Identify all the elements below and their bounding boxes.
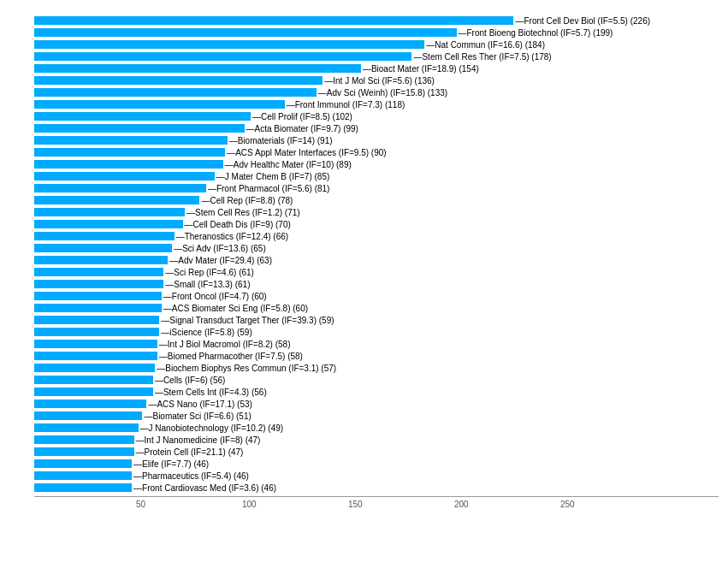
bar: [34, 471, 132, 480]
bar-label: —Sci Rep (IF=4.6) (61): [165, 268, 254, 277]
bar-row: —Elife (IF=7.7) (46): [34, 459, 719, 469]
bar: [34, 40, 424, 49]
bar-label: —Nat Commun (IF=16.6) (184): [426, 40, 545, 50]
bar-row: —Int J Nanomedicine (IF=8) (47): [34, 435, 719, 445]
bar-row: —Protein Cell (IF=21.1) (47): [34, 447, 719, 457]
bar: [34, 184, 206, 192]
bar-row: —ACS Biomater Sci Eng (IF=5.8) (60): [34, 303, 719, 313]
bar-row: —Front Pharmacol (IF=5.6) (81): [34, 183, 719, 193]
bar: [34, 232, 175, 240]
bar-row: —Adv Mater (IF=29.4) (63): [34, 255, 719, 265]
bar: [34, 64, 361, 73]
x-tick: 100: [242, 500, 257, 509]
bar-label: —J Nanobiotechnology (IF=10.2) (49): [140, 423, 284, 433]
bar-row: —Front Bioeng Biotechnol (IF=5.7) (199): [34, 27, 719, 38]
bar-label: —Stem Cells Int (IF=4.3) (56): [155, 388, 267, 397]
bar-row: —J Nanobiotechnology (IF=10.2) (49): [34, 423, 719, 433]
bar-row: —Small (IF=13.3) (61): [34, 279, 719, 289]
bar: [34, 435, 134, 444]
bar-row: —Nat Commun (IF=16.6) (184): [34, 39, 719, 50]
bar-row: —Biomed Pharmacother (IF=7.5) (58): [34, 351, 719, 361]
bar: [34, 459, 132, 468]
bar-label: —Front Bioeng Biotechnol (IF=5.7) (199): [459, 28, 613, 38]
bar: [34, 160, 223, 169]
bar: [34, 364, 155, 372]
bar-label: —Bioact Mater (IF=18.9) (154): [363, 64, 479, 74]
bar-label: —Int J Mol Sci (IF=5.6) (136): [324, 76, 435, 86]
bar: [34, 483, 132, 492]
bar-label: —Cells (IF=6) (56): [155, 376, 226, 385]
bar: [34, 376, 153, 384]
chart-area: —Front Cell Dev Biol (IF=5.5) (226)—Fron…: [34, 15, 719, 493]
bar-label: —Stem Cell Res (IF=1.2) (71): [186, 208, 300, 217]
bar-row: —Front Oncol (IF=4.7) (60): [34, 291, 719, 301]
x-axis: 50100150200250: [34, 496, 719, 510]
bar: [34, 88, 317, 97]
bar-row: —Sci Rep (IF=4.6) (61): [34, 267, 719, 277]
bar-label: —Biomater Sci (IF=6.6) (51): [144, 411, 251, 421]
bar-label: —Adv Healthc Mater (IF=10) (89): [225, 160, 352, 169]
bar: [34, 280, 163, 288]
bar-label: —ACS Nano (IF=17.1) (53): [148, 400, 252, 409]
bar: [34, 411, 142, 420]
bar: [34, 100, 285, 109]
bar-row: —Int J Mol Sci (IF=5.6) (136): [34, 75, 719, 86]
bar-label: —ACS Biomater Sci Eng (IF=5.8) (60): [163, 304, 308, 313]
bar-label: —Biomed Pharmacother (IF=7.5) (58): [159, 352, 303, 361]
bar: [34, 16, 513, 25]
bar: [34, 292, 162, 300]
bar: [34, 112, 251, 121]
bar: [34, 196, 199, 204]
bar: [34, 76, 323, 85]
chart-container: —Front Cell Dev Biol (IF=5.5) (226)—Fron…: [9, 15, 719, 510]
bar-label: —Adv Sci (Weinh) (IF=15.8) (133): [318, 88, 447, 98]
bar-label: —Small (IF=13.3) (61): [165, 280, 250, 289]
bar: [34, 136, 228, 145]
bar-row: —Front Cardiovasc Med (IF=3.6) (46): [34, 482, 719, 493]
bar-row: —J Mater Chem B (IF=7) (85): [34, 171, 719, 181]
bar-row: —Theranostics (IF=12.4) (66): [34, 231, 719, 241]
bar-label: —Acta Biomater (IF=9.7) (99): [246, 124, 358, 133]
bar-row: —Stem Cells Int (IF=4.3) (56): [34, 387, 719, 397]
bar-row: —Pharmaceutics (IF=5.4) (46): [34, 471, 719, 481]
bar: [34, 244, 172, 252]
bar-row: —Bioact Mater (IF=18.9) (154): [34, 63, 719, 74]
x-tick: 150: [348, 500, 363, 509]
bar-label: —Stem Cell Res Ther (IF=7.5) (178): [413, 52, 551, 62]
bar: [34, 447, 134, 456]
bar-row: —Sci Adv (IF=13.6) (65): [34, 243, 719, 253]
bar: [34, 328, 159, 336]
bar-label: —Biomaterials (IF=14) (91): [229, 136, 333, 145]
bar-label: —Protein Cell (IF=21.1) (47): [136, 447, 244, 457]
bar-row: —Stem Cell Res (IF=1.2) (71): [34, 207, 719, 217]
bar-row: —Int J Biol Macromol (IF=8.2) (58): [34, 339, 719, 349]
bar-label: —Front Immunol (IF=7.3) (118): [287, 100, 405, 110]
bar-row: —ACS Appl Mater Interfaces (IF=9.5) (90): [34, 147, 719, 157]
bar-label: —Theranostics (IF=12.4) (66): [176, 232, 288, 241]
bar: [34, 124, 245, 133]
bar-row: —Acta Biomater (IF=9.7) (99): [34, 123, 719, 133]
bar-row: —iScience (IF=5.8) (59): [34, 327, 719, 337]
bar: [34, 28, 457, 37]
bar-row: —Biochem Biophys Res Commun (IF=3.1) (57…: [34, 363, 719, 373]
bar-row: —Signal Transduct Target Ther (IF=39.3) …: [34, 315, 719, 325]
bar-row: —Front Immunol (IF=7.3) (118): [34, 99, 719, 110]
bar-row: —Biomaterials (IF=14) (91): [34, 135, 719, 145]
bar-row: —ACS Nano (IF=17.1) (53): [34, 399, 719, 409]
bar-label: —iScience (IF=5.8) (59): [161, 328, 252, 337]
bar: [34, 268, 163, 276]
bar-row: —Cells (IF=6) (56): [34, 375, 719, 385]
bar-label: —Biochem Biophys Res Commun (IF=3.1) (57…: [157, 364, 336, 373]
bar: [34, 400, 146, 408]
bar-label: —Front Cell Dev Biol (IF=5.5) (226): [515, 16, 650, 26]
bar: [34, 148, 225, 157]
bar-label: —Cell Prolif (IF=8.5) (102): [252, 112, 352, 121]
bar-row: —Front Cell Dev Biol (IF=5.5) (226): [34, 15, 719, 26]
bar-label: —Front Oncol (IF=4.7) (60): [163, 292, 267, 301]
x-tick: 250: [560, 500, 575, 509]
bar-row: —Stem Cell Res Ther (IF=7.5) (178): [34, 51, 719, 62]
bar-label: —ACS Appl Mater Interfaces (IF=9.5) (90): [227, 148, 386, 157]
bar: [34, 316, 159, 324]
bar-row: —Biomater Sci (IF=6.6) (51): [34, 411, 719, 421]
bar-row: —Cell Death Dis (IF=9) (70): [34, 219, 719, 229]
